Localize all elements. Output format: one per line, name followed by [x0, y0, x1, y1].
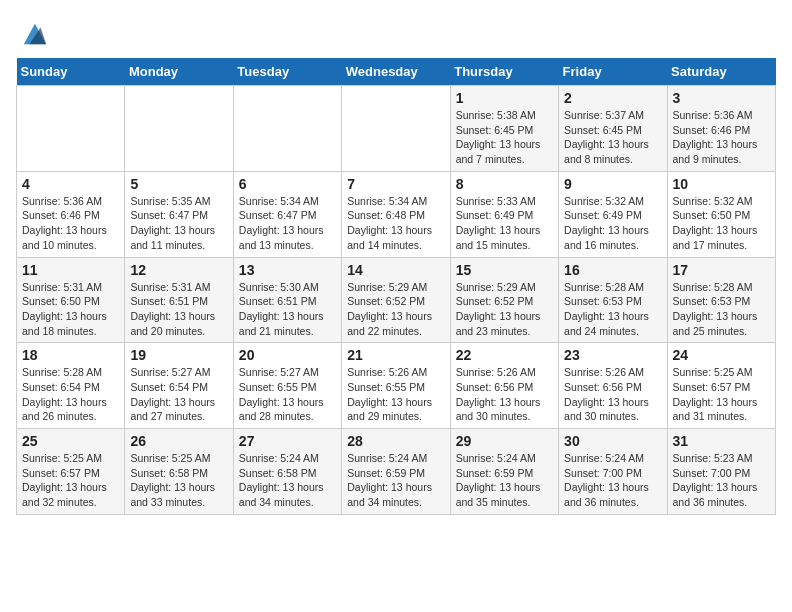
- day-info: Sunrise: 5:25 AM Sunset: 6:57 PM Dayligh…: [22, 451, 119, 510]
- calendar-header-row: SundayMondayTuesdayWednesdayThursdayFrid…: [17, 58, 776, 86]
- header-day-tuesday: Tuesday: [233, 58, 341, 86]
- calendar-cell: 9Sunrise: 5:32 AM Sunset: 6:49 PM Daylig…: [559, 171, 667, 257]
- day-info: Sunrise: 5:34 AM Sunset: 6:47 PM Dayligh…: [239, 194, 336, 253]
- calendar-cell: 30Sunrise: 5:24 AM Sunset: 7:00 PM Dayli…: [559, 429, 667, 515]
- calendar-cell: 31Sunrise: 5:23 AM Sunset: 7:00 PM Dayli…: [667, 429, 775, 515]
- calendar-cell: 10Sunrise: 5:32 AM Sunset: 6:50 PM Dayli…: [667, 171, 775, 257]
- calendar-cell: 11Sunrise: 5:31 AM Sunset: 6:50 PM Dayli…: [17, 257, 125, 343]
- day-number: 25: [22, 433, 119, 449]
- calendar-cell: [342, 86, 450, 172]
- day-info: Sunrise: 5:25 AM Sunset: 6:57 PM Dayligh…: [673, 365, 770, 424]
- calendar-cell: 25Sunrise: 5:25 AM Sunset: 6:57 PM Dayli…: [17, 429, 125, 515]
- calendar-cell: 5Sunrise: 5:35 AM Sunset: 6:47 PM Daylig…: [125, 171, 233, 257]
- day-number: 13: [239, 262, 336, 278]
- calendar-cell: 15Sunrise: 5:29 AM Sunset: 6:52 PM Dayli…: [450, 257, 558, 343]
- day-info: Sunrise: 5:27 AM Sunset: 6:54 PM Dayligh…: [130, 365, 227, 424]
- calendar-cell: 27Sunrise: 5:24 AM Sunset: 6:58 PM Dayli…: [233, 429, 341, 515]
- day-number: 18: [22, 347, 119, 363]
- day-number: 6: [239, 176, 336, 192]
- calendar-cell: 2Sunrise: 5:37 AM Sunset: 6:45 PM Daylig…: [559, 86, 667, 172]
- calendar-cell: 14Sunrise: 5:29 AM Sunset: 6:52 PM Dayli…: [342, 257, 450, 343]
- calendar-cell: 7Sunrise: 5:34 AM Sunset: 6:48 PM Daylig…: [342, 171, 450, 257]
- calendar-cell: 28Sunrise: 5:24 AM Sunset: 6:59 PM Dayli…: [342, 429, 450, 515]
- day-info: Sunrise: 5:36 AM Sunset: 6:46 PM Dayligh…: [22, 194, 119, 253]
- day-number: 29: [456, 433, 553, 449]
- day-number: 8: [456, 176, 553, 192]
- day-number: 15: [456, 262, 553, 278]
- day-info: Sunrise: 5:23 AM Sunset: 7:00 PM Dayligh…: [673, 451, 770, 510]
- calendar-body: 1Sunrise: 5:38 AM Sunset: 6:45 PM Daylig…: [17, 86, 776, 515]
- day-number: 10: [673, 176, 770, 192]
- calendar-cell: 17Sunrise: 5:28 AM Sunset: 6:53 PM Dayli…: [667, 257, 775, 343]
- day-info: Sunrise: 5:24 AM Sunset: 6:59 PM Dayligh…: [347, 451, 444, 510]
- day-info: Sunrise: 5:37 AM Sunset: 6:45 PM Dayligh…: [564, 108, 661, 167]
- calendar-cell: [17, 86, 125, 172]
- day-info: Sunrise: 5:26 AM Sunset: 6:55 PM Dayligh…: [347, 365, 444, 424]
- day-number: 11: [22, 262, 119, 278]
- calendar-cell: 3Sunrise: 5:36 AM Sunset: 6:46 PM Daylig…: [667, 86, 775, 172]
- logo-icon: [20, 20, 48, 48]
- header-day-saturday: Saturday: [667, 58, 775, 86]
- calendar-cell: 22Sunrise: 5:26 AM Sunset: 6:56 PM Dayli…: [450, 343, 558, 429]
- logo: [16, 20, 48, 48]
- calendar-cell: 23Sunrise: 5:26 AM Sunset: 6:56 PM Dayli…: [559, 343, 667, 429]
- day-number: 28: [347, 433, 444, 449]
- calendar-cell: 4Sunrise: 5:36 AM Sunset: 6:46 PM Daylig…: [17, 171, 125, 257]
- day-number: 17: [673, 262, 770, 278]
- day-number: 21: [347, 347, 444, 363]
- calendar-cell: 26Sunrise: 5:25 AM Sunset: 6:58 PM Dayli…: [125, 429, 233, 515]
- day-number: 23: [564, 347, 661, 363]
- day-info: Sunrise: 5:28 AM Sunset: 6:53 PM Dayligh…: [564, 280, 661, 339]
- day-number: 30: [564, 433, 661, 449]
- day-info: Sunrise: 5:36 AM Sunset: 6:46 PM Dayligh…: [673, 108, 770, 167]
- day-info: Sunrise: 5:28 AM Sunset: 6:54 PM Dayligh…: [22, 365, 119, 424]
- day-number: 27: [239, 433, 336, 449]
- day-info: Sunrise: 5:31 AM Sunset: 6:50 PM Dayligh…: [22, 280, 119, 339]
- day-number: 1: [456, 90, 553, 106]
- day-info: Sunrise: 5:29 AM Sunset: 6:52 PM Dayligh…: [347, 280, 444, 339]
- day-number: 3: [673, 90, 770, 106]
- calendar-cell: 24Sunrise: 5:25 AM Sunset: 6:57 PM Dayli…: [667, 343, 775, 429]
- day-info: Sunrise: 5:27 AM Sunset: 6:55 PM Dayligh…: [239, 365, 336, 424]
- day-number: 14: [347, 262, 444, 278]
- day-info: Sunrise: 5:30 AM Sunset: 6:51 PM Dayligh…: [239, 280, 336, 339]
- day-info: Sunrise: 5:24 AM Sunset: 7:00 PM Dayligh…: [564, 451, 661, 510]
- calendar-cell: 29Sunrise: 5:24 AM Sunset: 6:59 PM Dayli…: [450, 429, 558, 515]
- header-day-thursday: Thursday: [450, 58, 558, 86]
- calendar-week-2: 4Sunrise: 5:36 AM Sunset: 6:46 PM Daylig…: [17, 171, 776, 257]
- calendar-cell: 19Sunrise: 5:27 AM Sunset: 6:54 PM Dayli…: [125, 343, 233, 429]
- day-info: Sunrise: 5:24 AM Sunset: 6:58 PM Dayligh…: [239, 451, 336, 510]
- calendar-cell: 8Sunrise: 5:33 AM Sunset: 6:49 PM Daylig…: [450, 171, 558, 257]
- calendar-week-5: 25Sunrise: 5:25 AM Sunset: 6:57 PM Dayli…: [17, 429, 776, 515]
- day-number: 4: [22, 176, 119, 192]
- calendar-cell: [233, 86, 341, 172]
- day-number: 9: [564, 176, 661, 192]
- day-info: Sunrise: 5:26 AM Sunset: 6:56 PM Dayligh…: [456, 365, 553, 424]
- header: [16, 16, 776, 48]
- header-day-sunday: Sunday: [17, 58, 125, 86]
- day-number: 22: [456, 347, 553, 363]
- calendar-cell: 12Sunrise: 5:31 AM Sunset: 6:51 PM Dayli…: [125, 257, 233, 343]
- calendar-cell: [125, 86, 233, 172]
- day-number: 7: [347, 176, 444, 192]
- day-info: Sunrise: 5:31 AM Sunset: 6:51 PM Dayligh…: [130, 280, 227, 339]
- day-info: Sunrise: 5:35 AM Sunset: 6:47 PM Dayligh…: [130, 194, 227, 253]
- day-number: 24: [673, 347, 770, 363]
- day-info: Sunrise: 5:32 AM Sunset: 6:49 PM Dayligh…: [564, 194, 661, 253]
- calendar-cell: 1Sunrise: 5:38 AM Sunset: 6:45 PM Daylig…: [450, 86, 558, 172]
- day-info: Sunrise: 5:26 AM Sunset: 6:56 PM Dayligh…: [564, 365, 661, 424]
- calendar-cell: 13Sunrise: 5:30 AM Sunset: 6:51 PM Dayli…: [233, 257, 341, 343]
- calendar-cell: 6Sunrise: 5:34 AM Sunset: 6:47 PM Daylig…: [233, 171, 341, 257]
- day-number: 20: [239, 347, 336, 363]
- day-number: 19: [130, 347, 227, 363]
- calendar-cell: 18Sunrise: 5:28 AM Sunset: 6:54 PM Dayli…: [17, 343, 125, 429]
- day-info: Sunrise: 5:25 AM Sunset: 6:58 PM Dayligh…: [130, 451, 227, 510]
- day-info: Sunrise: 5:28 AM Sunset: 6:53 PM Dayligh…: [673, 280, 770, 339]
- day-number: 2: [564, 90, 661, 106]
- day-info: Sunrise: 5:33 AM Sunset: 6:49 PM Dayligh…: [456, 194, 553, 253]
- day-number: 26: [130, 433, 227, 449]
- day-number: 16: [564, 262, 661, 278]
- day-number: 12: [130, 262, 227, 278]
- calendar-week-3: 11Sunrise: 5:31 AM Sunset: 6:50 PM Dayli…: [17, 257, 776, 343]
- day-info: Sunrise: 5:29 AM Sunset: 6:52 PM Dayligh…: [456, 280, 553, 339]
